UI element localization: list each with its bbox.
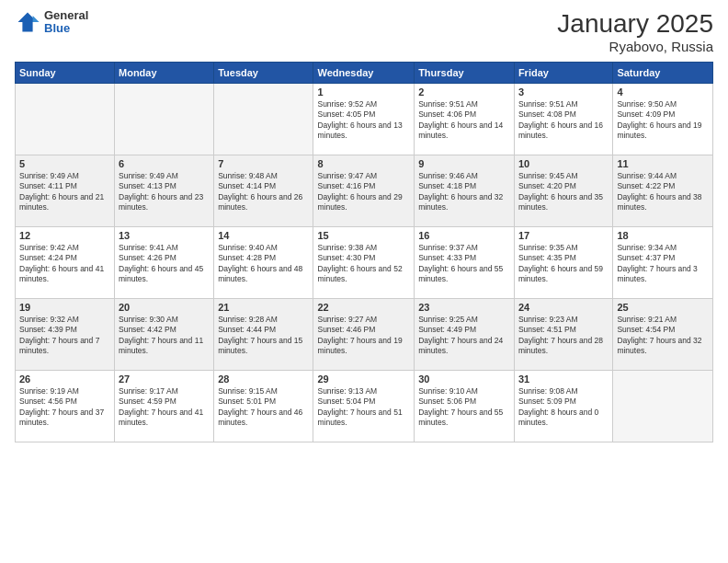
calendar-week-row: 19Sunrise: 9:32 AMSunset: 4:39 PMDayligh… [16, 299, 713, 371]
title-block: January 2025 Ryabovo, Russia [557, 9, 713, 54]
page: General Blue January 2025 Ryabovo, Russi… [0, 0, 728, 563]
day-number: 17 [518, 230, 609, 241]
day-info: Sunrise: 9:49 AMSunset: 4:11 PMDaylight:… [19, 171, 110, 213]
day-number: 15 [317, 230, 410, 241]
calendar-day-header: Friday [514, 63, 612, 84]
day-info: Sunrise: 9:46 AMSunset: 4:18 PMDaylight:… [418, 171, 510, 213]
day-info: Sunrise: 9:19 AMSunset: 4:56 PMDaylight:… [19, 386, 110, 429]
calendar-cell: 26Sunrise: 9:19 AMSunset: 4:56 PMDayligh… [16, 371, 115, 442]
day-info: Sunrise: 9:51 AMSunset: 4:08 PMDaylight:… [518, 99, 609, 142]
calendar-cell: 6Sunrise: 9:49 AMSunset: 4:13 PMDaylight… [115, 155, 214, 227]
calendar-cell: 7Sunrise: 9:48 AMSunset: 4:14 PMDaylight… [214, 155, 313, 227]
calendar-cell: 3Sunrise: 9:51 AMSunset: 4:08 PMDaylight… [514, 84, 612, 155]
day-info: Sunrise: 9:41 AMSunset: 4:26 PMDaylight:… [119, 243, 210, 285]
day-number: 8 [317, 158, 410, 169]
day-number: 21 [218, 302, 309, 313]
day-number: 31 [518, 373, 609, 385]
calendar-week-row: 5Sunrise: 9:49 AMSunset: 4:11 PMDaylight… [16, 155, 713, 227]
day-number: 3 [518, 86, 609, 98]
calendar-cell: 11Sunrise: 9:44 AMSunset: 4:22 PMDayligh… [613, 155, 713, 227]
calendar-day-header: Tuesday [214, 63, 313, 84]
calendar-cell: 13Sunrise: 9:41 AMSunset: 4:26 PMDayligh… [115, 227, 214, 299]
calendar-cell: 31Sunrise: 9:08 AMSunset: 5:09 PMDayligh… [514, 371, 612, 442]
calendar-day-header: Wednesday [313, 63, 415, 84]
day-number: 12 [19, 230, 110, 241]
day-number: 11 [617, 158, 709, 169]
logo-icon [15, 9, 40, 35]
calendar-cell: 20Sunrise: 9:30 AMSunset: 4:42 PMDayligh… [115, 299, 214, 371]
calendar-cell [613, 371, 713, 442]
calendar-cell: 4Sunrise: 9:50 AMSunset: 4:09 PMDaylight… [613, 84, 713, 155]
day-info: Sunrise: 9:49 AMSunset: 4:13 PMDaylight:… [119, 171, 210, 213]
calendar-cell [214, 84, 313, 155]
day-number: 23 [418, 302, 510, 313]
day-number: 26 [19, 373, 110, 385]
day-number: 16 [418, 230, 510, 241]
day-info: Sunrise: 9:44 AMSunset: 4:22 PMDaylight:… [617, 171, 709, 213]
day-number: 5 [19, 158, 110, 169]
day-info: Sunrise: 9:13 AMSunset: 5:04 PMDaylight:… [317, 386, 410, 429]
day-info: Sunrise: 9:50 AMSunset: 4:09 PMDaylight:… [617, 99, 709, 142]
calendar-cell: 29Sunrise: 9:13 AMSunset: 5:04 PMDayligh… [313, 371, 415, 442]
day-info: Sunrise: 9:38 AMSunset: 4:30 PMDaylight:… [317, 243, 410, 285]
calendar-cell: 23Sunrise: 9:25 AMSunset: 4:49 PMDayligh… [415, 299, 515, 371]
calendar-cell: 17Sunrise: 9:35 AMSunset: 4:35 PMDayligh… [514, 227, 612, 299]
day-number: 30 [418, 373, 510, 385]
calendar-cell: 12Sunrise: 9:42 AMSunset: 4:24 PMDayligh… [16, 227, 115, 299]
calendar-cell: 19Sunrise: 9:32 AMSunset: 4:39 PMDayligh… [16, 299, 115, 371]
day-info: Sunrise: 9:47 AMSunset: 4:16 PMDaylight:… [317, 171, 410, 213]
day-info: Sunrise: 9:25 AMSunset: 4:49 PMDaylight:… [418, 315, 510, 357]
calendar-day-header: Sunday [16, 63, 115, 84]
day-number: 29 [317, 373, 410, 385]
svg-marker-1 [33, 16, 40, 22]
logo-text: General Blue [44, 9, 88, 36]
day-number: 14 [218, 230, 309, 241]
calendar-header-row: SundayMondayTuesdayWednesdayThursdayFrid… [16, 63, 713, 84]
calendar-day-header: Monday [115, 63, 214, 84]
calendar-cell: 10Sunrise: 9:45 AMSunset: 4:20 PMDayligh… [514, 155, 612, 227]
day-info: Sunrise: 9:51 AMSunset: 4:06 PMDaylight:… [418, 99, 510, 142]
day-number: 10 [518, 158, 609, 169]
calendar-cell [16, 84, 115, 155]
calendar-day-header: Saturday [613, 63, 713, 84]
calendar-cell: 28Sunrise: 9:15 AMSunset: 5:01 PMDayligh… [214, 371, 313, 442]
day-info: Sunrise: 9:32 AMSunset: 4:39 PMDaylight:… [19, 315, 110, 357]
calendar-cell: 5Sunrise: 9:49 AMSunset: 4:11 PMDaylight… [16, 155, 115, 227]
day-number: 22 [317, 302, 410, 313]
page-title: January 2025 [557, 9, 713, 39]
day-info: Sunrise: 9:35 AMSunset: 4:35 PMDaylight:… [518, 243, 609, 285]
day-number: 2 [418, 86, 510, 98]
logo-blue: Blue [44, 22, 88, 35]
calendar-week-row: 1Sunrise: 9:52 AMSunset: 4:05 PMDaylight… [16, 84, 713, 155]
day-info: Sunrise: 9:37 AMSunset: 4:33 PMDaylight:… [418, 243, 510, 285]
calendar-day-header: Thursday [415, 63, 515, 84]
calendar-cell: 2Sunrise: 9:51 AMSunset: 4:06 PMDaylight… [415, 84, 515, 155]
page-subtitle: Ryabovo, Russia [557, 39, 713, 54]
day-info: Sunrise: 9:08 AMSunset: 5:09 PMDaylight:… [518, 386, 609, 429]
logo: General Blue [15, 9, 88, 36]
calendar-cell: 30Sunrise: 9:10 AMSunset: 5:06 PMDayligh… [415, 371, 515, 442]
calendar-cell: 1Sunrise: 9:52 AMSunset: 4:05 PMDaylight… [313, 84, 415, 155]
day-number: 13 [119, 230, 210, 241]
calendar-cell [115, 84, 214, 155]
day-number: 18 [617, 230, 709, 241]
calendar-week-row: 26Sunrise: 9:19 AMSunset: 4:56 PMDayligh… [16, 371, 713, 442]
calendar-cell: 16Sunrise: 9:37 AMSunset: 4:33 PMDayligh… [415, 227, 515, 299]
day-number: 28 [218, 373, 309, 385]
day-info: Sunrise: 9:30 AMSunset: 4:42 PMDaylight:… [119, 315, 210, 357]
calendar-cell: 27Sunrise: 9:17 AMSunset: 4:59 PMDayligh… [115, 371, 214, 442]
day-info: Sunrise: 9:42 AMSunset: 4:24 PMDaylight:… [19, 243, 110, 285]
day-info: Sunrise: 9:40 AMSunset: 4:28 PMDaylight:… [218, 243, 309, 285]
day-info: Sunrise: 9:17 AMSunset: 4:59 PMDaylight:… [119, 386, 210, 429]
day-number: 9 [418, 158, 510, 169]
calendar-cell: 22Sunrise: 9:27 AMSunset: 4:46 PMDayligh… [313, 299, 415, 371]
calendar-cell: 25Sunrise: 9:21 AMSunset: 4:54 PMDayligh… [613, 299, 713, 371]
day-info: Sunrise: 9:27 AMSunset: 4:46 PMDaylight:… [317, 315, 410, 357]
day-info: Sunrise: 9:34 AMSunset: 4:37 PMDaylight:… [617, 243, 709, 285]
calendar-cell: 14Sunrise: 9:40 AMSunset: 4:28 PMDayligh… [214, 227, 313, 299]
logo-general: General [44, 9, 88, 22]
day-info: Sunrise: 9:52 AMSunset: 4:05 PMDaylight:… [317, 99, 410, 142]
day-number: 27 [119, 373, 210, 385]
calendar-week-row: 12Sunrise: 9:42 AMSunset: 4:24 PMDayligh… [16, 227, 713, 299]
day-number: 25 [617, 302, 709, 313]
